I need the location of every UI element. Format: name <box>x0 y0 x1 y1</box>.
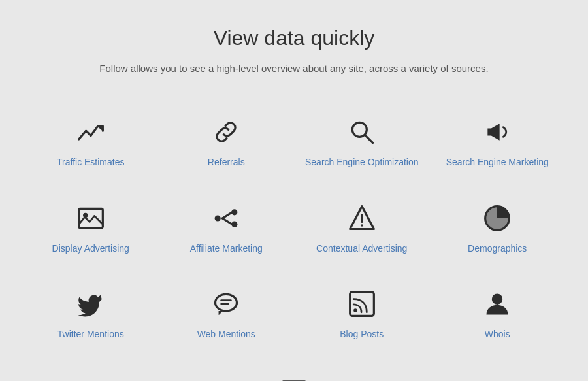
twitter-icon <box>74 288 107 320</box>
share-icon <box>210 202 242 235</box>
web-mentions-label: Web Mentions <box>197 328 255 341</box>
rss-icon <box>346 288 378 320</box>
sem-label: Search Engine Marketing <box>446 156 549 169</box>
svg-point-4 <box>215 215 221 221</box>
features-grid: Traffic Estimates Referrals Search Engin… <box>26 103 562 354</box>
link-icon <box>210 116 242 148</box>
item-contextual-advertising[interactable]: Contextual Advertising <box>297 189 427 269</box>
item-seo[interactable]: Search Engine Optimization <box>297 103 427 182</box>
pie-icon <box>481 202 514 235</box>
chart-up-icon <box>74 116 107 148</box>
svg-line-1 <box>365 135 372 143</box>
person-icon <box>481 288 514 320</box>
whois-label: Whois <box>485 328 510 341</box>
svg-rect-2 <box>78 208 103 227</box>
svg-point-11 <box>216 295 237 312</box>
item-display-advertising[interactable]: Display Advertising <box>26 189 155 269</box>
svg-point-16 <box>492 294 503 305</box>
referrals-label: Referrals <box>208 156 245 169</box>
svg-point-5 <box>232 209 238 215</box>
warning-icon <box>346 202 378 235</box>
chat-icon <box>210 288 242 320</box>
seo-label: Search Engine Optimization <box>305 156 419 169</box>
traffic-estimates-label: Traffic Estimates <box>57 156 124 169</box>
image-icon <box>74 202 107 235</box>
affiliate-marketing-label: Affiliate Marketing <box>190 242 263 256</box>
item-reverse-ips[interactable]: Reverse IPs <box>263 361 325 381</box>
item-blog-posts[interactable]: Blog Posts <box>297 274 427 354</box>
page-subtitle: Follow allows you to see a high-level ov… <box>98 61 490 76</box>
svg-point-15 <box>353 309 357 313</box>
page-title: View data quickly <box>26 26 562 50</box>
item-sem[interactable]: Search Engine Marketing <box>433 103 563 182</box>
item-whois[interactable]: Whois <box>433 274 563 354</box>
main-container: View data quickly Follow allows you to s… <box>13 0 575 381</box>
item-web-mentions[interactable]: Web Mentions <box>162 274 291 354</box>
contextual-advertising-label: Contextual Advertising <box>316 242 407 256</box>
svg-point-9 <box>361 224 363 227</box>
twitter-mentions-label: Twitter Mentions <box>57 328 124 341</box>
server-icon <box>278 374 310 381</box>
svg-point-6 <box>232 221 238 227</box>
search-icon <box>346 116 378 148</box>
item-traffic-estimates[interactable]: Traffic Estimates <box>26 103 155 182</box>
display-advertising-label: Display Advertising <box>52 242 129 256</box>
item-affiliate-marketing[interactable]: Affiliate Marketing <box>162 189 291 269</box>
item-twitter-mentions[interactable]: Twitter Mentions <box>26 274 155 354</box>
item-referrals[interactable]: Referrals <box>162 103 291 182</box>
demographics-label: Demographics <box>468 242 527 256</box>
blog-posts-label: Blog Posts <box>340 328 384 341</box>
megaphone-icon <box>481 116 514 148</box>
bottom-row: Reverse IPs <box>26 361 562 381</box>
item-demographics[interactable]: Demographics <box>433 189 563 269</box>
